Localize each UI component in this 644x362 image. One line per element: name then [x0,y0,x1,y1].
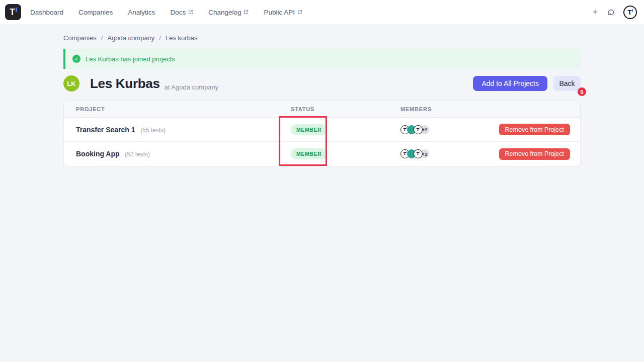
remove-from-project-button[interactable]: Remove from Project [499,148,570,160]
nav-actions: + T [592,6,637,19]
search-icon[interactable] [606,8,615,17]
column-header-members: MEMBERS [388,106,479,112]
success-message: Les Kurbas has joined projects [86,55,175,63]
nav-item-docs[interactable]: Docs [170,9,193,16]
nav-item-dashboard[interactable]: Dashboard [30,9,63,16]
members-cell: T T +2 [388,149,479,158]
breadcrumb: Companies / Agoda company / Les kurbas [63,34,198,42]
member-avatar-stack: T T +2 [400,125,479,134]
header-actions: Add to All Projects Back 5 [473,76,581,91]
breadcrumb-separator: / [159,34,161,42]
external-link-icon [297,10,302,15]
breadcrumb-agoda-company[interactable]: Agoda company [107,34,154,42]
breadcrumb-separator: / [101,34,103,42]
table-row: Transfer Search 1 (55 tests) MEMBER T T … [64,118,580,142]
breadcrumb-companies[interactable]: Companies [63,34,97,42]
members-cell: T T +2 [388,125,479,134]
external-link-icon [188,10,193,15]
external-link-icon [244,10,249,15]
nav-item-analytics[interactable]: Analytics [128,9,155,16]
nav-item-public-api[interactable]: Public API [264,9,302,16]
status-badge: MEMBER [291,124,327,135]
remove-from-project-button[interactable]: Remove from Project [499,124,570,135]
member-avatar-stack: T T +2 [400,149,479,158]
column-header-status: STATUS [280,106,388,112]
back-button[interactable]: Back 5 [553,76,581,91]
top-nav: T Dashboard Companies Analytics Docs Cha… [0,0,644,24]
status-badge: MEMBER [291,148,327,159]
nav-links: Dashboard Companies Analytics Docs Chang… [30,9,302,16]
app-logo-accent [16,8,17,12]
projects-table: PROJECT STATUS MEMBERS Transfer Search 1… [63,101,581,166]
success-banner: ✓ Les Kurbas has joined projects [63,49,581,69]
add-button[interactable]: + [592,8,598,17]
project-cell: Transfer Search 1 (55 tests) [76,125,280,134]
project-tests-count: (52 tests) [125,151,150,158]
avatar: LK [63,75,79,92]
user-avatar[interactable]: T [623,6,637,19]
page-subtitle: at Agoda company [165,83,219,91]
app-logo-glyph: T [10,8,15,17]
table-row: Booking App (52 tests) MEMBER T T +2 Rem… [64,142,580,166]
member-avatar: T [414,125,423,134]
profile-header: LK Les Kurbas at Agoda company Add to Al… [63,74,581,93]
nav-item-changelog[interactable]: Changelog [208,9,249,16]
project-tests-count: (55 tests) [140,127,166,134]
project-name: Transfer Search 1 [76,126,135,134]
table-header-row: PROJECT STATUS MEMBERS [64,101,580,118]
member-avatar: T [414,149,423,158]
user-avatar-accent [632,9,633,12]
status-cell: MEMBER [280,124,388,135]
breadcrumb-les-kurbas: Les kurbas [166,34,198,42]
app-logo[interactable]: T [5,4,21,20]
page-title: Les Kurbas [90,76,160,92]
column-header-project: PROJECT [76,106,280,112]
add-to-all-projects-button[interactable]: Add to All Projects [473,76,547,91]
project-name: Booking App [76,150,120,158]
notification-badge: 5 [578,87,586,96]
nav-item-companies[interactable]: Companies [78,9,113,16]
action-cell: Remove from Project [499,124,570,135]
project-cell: Booking App (52 tests) [76,149,280,158]
action-cell: Remove from Project [499,148,570,160]
check-circle-icon: ✓ [72,55,80,63]
status-cell: MEMBER [280,148,388,159]
